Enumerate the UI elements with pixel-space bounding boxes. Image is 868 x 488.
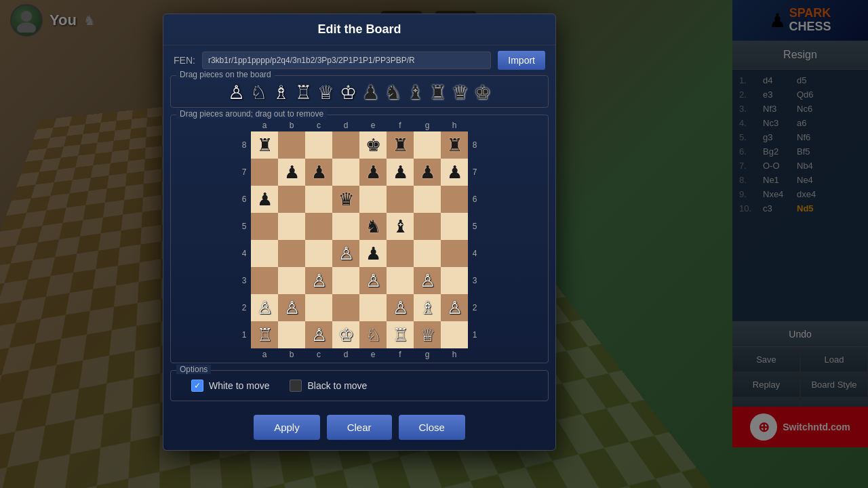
- square-d1[interactable]: ♔: [332, 321, 359, 348]
- square-g4[interactable]: [414, 240, 441, 267]
- board-coords-bottom: a b c d e f g h: [251, 350, 481, 359]
- rank-row-5: 5♞♝5: [237, 213, 481, 240]
- white-queen-piece[interactable]: ♕: [317, 81, 334, 104]
- black-queen-piece[interactable]: ♛: [452, 81, 469, 104]
- square-g1[interactable]: ♕: [414, 321, 441, 348]
- square-a6[interactable]: ♟: [251, 186, 278, 213]
- square-e3[interactable]: ♙: [359, 267, 387, 294]
- square-f7[interactable]: ♟: [387, 159, 414, 186]
- square-f2[interactable]: ♙: [387, 294, 414, 321]
- square-b2[interactable]: ♙: [278, 294, 305, 321]
- white-pawn-piece[interactable]: ♙: [228, 81, 245, 104]
- clear-button[interactable]: Clear: [327, 415, 392, 440]
- black-rook-piece[interactable]: ♜: [429, 81, 446, 104]
- square-f5[interactable]: ♝: [387, 213, 414, 240]
- square-a4[interactable]: [251, 240, 278, 267]
- square-f6[interactable]: [387, 186, 414, 213]
- square-h7[interactable]: ♟: [441, 159, 468, 186]
- square-b1[interactable]: [278, 321, 305, 348]
- rank-row-2: 2♙♙♙♗♙2: [237, 294, 481, 321]
- square-f3[interactable]: [387, 267, 414, 294]
- square-e1[interactable]: ♘: [359, 321, 387, 348]
- black-king-piece[interactable]: ♚: [474, 81, 491, 104]
- chess-board-container: a b c d e f g h 8♜♚♜♜87♟♟♟♟♟♟76♟♛65♞♝54♙…: [237, 121, 481, 359]
- options-row: ✓ White to move Black to move: [178, 376, 541, 395]
- square-c5[interactable]: [305, 213, 332, 240]
- rank-row-7: 7♟♟♟♟♟♟7: [237, 159, 481, 186]
- square-a8[interactable]: ♜: [251, 131, 278, 159]
- fen-input[interactable]: [202, 52, 491, 69]
- square-g2[interactable]: ♗: [414, 294, 441, 321]
- square-e6[interactable]: [359, 186, 387, 213]
- square-g6[interactable]: [414, 186, 441, 213]
- square-f8[interactable]: ♜: [387, 131, 414, 159]
- import-button[interactable]: Import: [498, 51, 545, 70]
- square-b3[interactable]: [278, 267, 305, 294]
- square-e4[interactable]: ♟: [359, 240, 387, 267]
- square-f1[interactable]: ♖: [387, 321, 414, 348]
- square-f4[interactable]: [387, 240, 414, 267]
- square-h5[interactable]: [441, 213, 468, 240]
- square-e7[interactable]: ♟: [359, 159, 387, 186]
- square-h3[interactable]: [441, 267, 468, 294]
- rank-row-1: 1♖♙♔♘♖♕1: [237, 321, 481, 348]
- square-g3[interactable]: ♙: [414, 267, 441, 294]
- black-bishop-piece[interactable]: ♝: [407, 81, 424, 104]
- square-c2[interactable]: [305, 294, 332, 321]
- black-to-move-checkbox[interactable]: [290, 380, 302, 392]
- rank-row-6: 6♟♛6: [237, 186, 481, 213]
- square-e5[interactable]: ♞: [359, 213, 387, 240]
- apply-button[interactable]: Apply: [254, 415, 320, 440]
- square-g8[interactable]: [414, 131, 441, 159]
- square-d6[interactable]: ♛: [332, 186, 359, 213]
- square-a7[interactable]: [251, 159, 278, 186]
- white-king-piece[interactable]: ♔: [340, 81, 357, 104]
- square-d3[interactable]: [332, 267, 359, 294]
- square-b7[interactable]: ♟: [278, 159, 305, 186]
- square-b4[interactable]: [278, 240, 305, 267]
- square-c4[interactable]: [305, 240, 332, 267]
- white-bishop-piece[interactable]: ♗: [273, 81, 290, 104]
- square-e2[interactable]: [359, 294, 387, 321]
- square-b5[interactable]: [278, 213, 305, 240]
- square-c3[interactable]: ♙: [305, 267, 332, 294]
- black-pawn-piece[interactable]: ♟: [362, 81, 379, 104]
- square-b8[interactable]: [278, 131, 305, 159]
- black-to-move-label[interactable]: Black to move: [290, 380, 367, 392]
- square-c8[interactable]: [305, 131, 332, 159]
- square-h2[interactable]: ♙: [441, 294, 468, 321]
- square-g7[interactable]: ♟: [414, 159, 441, 186]
- close-button[interactable]: Close: [399, 415, 465, 440]
- options-section: Options ✓ White to move Black to move: [170, 370, 549, 401]
- white-to-move-checkbox[interactable]: ✓: [191, 380, 203, 392]
- square-h4[interactable]: [441, 240, 468, 267]
- square-e8[interactable]: ♚: [359, 131, 387, 159]
- fen-label: FEN:: [174, 55, 195, 66]
- white-to-move-label[interactable]: ✓ White to move: [191, 380, 269, 392]
- square-c6[interactable]: [305, 186, 332, 213]
- board-section: Drag pieces around; drag out to remove a…: [170, 115, 549, 363]
- board-coords-top: a b c d e f g h: [251, 121, 481, 130]
- square-d7[interactable]: [332, 159, 359, 186]
- square-a2[interactable]: ♙: [251, 294, 278, 321]
- square-h1[interactable]: [441, 321, 468, 348]
- chess-board: 8♜♚♜♜87♟♟♟♟♟♟76♟♛65♞♝54♙♟43♙♙♙32♙♙♙♗♙21♖…: [237, 131, 481, 348]
- square-c1[interactable]: ♙: [305, 321, 332, 348]
- white-rook-piece[interactable]: ♖: [295, 81, 312, 104]
- square-d5[interactable]: [332, 213, 359, 240]
- square-b6[interactable]: [278, 186, 305, 213]
- black-knight-piece[interactable]: ♞: [384, 81, 401, 104]
- square-h8[interactable]: ♜: [441, 131, 468, 159]
- square-d2[interactable]: [332, 294, 359, 321]
- square-h6[interactable]: [441, 186, 468, 213]
- edit-board-dialog: Edit the Board FEN: Import Drag pieces o…: [163, 14, 556, 451]
- square-g5[interactable]: [414, 213, 441, 240]
- square-a5[interactable]: [251, 213, 278, 240]
- square-c7[interactable]: ♟: [305, 159, 332, 186]
- white-knight-piece[interactable]: ♘: [250, 81, 267, 104]
- square-d8[interactable]: [332, 131, 359, 159]
- square-a1[interactable]: ♖: [251, 321, 278, 348]
- square-d4[interactable]: ♙: [332, 240, 359, 267]
- pieces-legend: Drag pieces on the board: [176, 70, 275, 79]
- square-a3[interactable]: [251, 267, 278, 294]
